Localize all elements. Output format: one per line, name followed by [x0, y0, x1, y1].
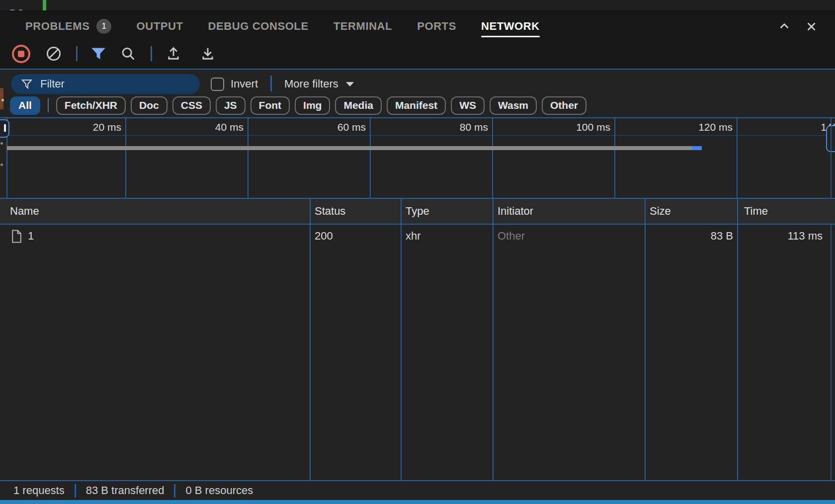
panel-controls [777, 12, 818, 41]
overview-window-handle-left[interactable] [0, 119, 9, 138]
chip-other[interactable]: Other [542, 96, 586, 115]
overview-request-bar-waiting[interactable] [7, 146, 692, 150]
tab-network[interactable]: NETWORK [481, 12, 540, 41]
invert-filter: Invert [211, 71, 258, 97]
overview-label-divider [6, 135, 835, 136]
toolbar-separator [151, 46, 152, 61]
request-size: 83 B [645, 225, 733, 248]
chip-all[interactable]: All [10, 96, 40, 115]
more-filters-label: More filters [284, 78, 338, 90]
editor-code-line: 20 // const yourMMKVStorage = new MMKV()… [0, 0, 47, 12]
resources-size: 0 B resources [185, 484, 253, 497]
chip-wasm[interactable]: Wasm [490, 96, 537, 115]
tab-debug-console[interactable]: DEBUG CONSOLE [208, 12, 309, 41]
invert-label: Invert [231, 78, 258, 90]
request-time: 113 ms [737, 225, 823, 248]
request-status: 200 [315, 225, 333, 248]
overview-request-bar-active[interactable] [692, 146, 702, 150]
chip-ws[interactable]: WS [451, 96, 485, 115]
tab-problems[interactable]: PROBLEMS 1 [25, 12, 111, 41]
footer-separator [174, 484, 175, 498]
column-header-initiator[interactable]: Initiator [498, 199, 533, 224]
line-number: 20 [9, 7, 24, 12]
timeline-gridline [248, 118, 249, 198]
filter-input-pill[interactable] [11, 74, 200, 94]
chip-css[interactable]: CSS [172, 96, 211, 115]
network-panel: Invert More filters All Fetch/XHR Doc CS… [0, 69, 835, 500]
column-header-size[interactable]: Size [650, 199, 671, 224]
tab-label: TERMINAL [334, 20, 392, 33]
timeline-gridline [125, 118, 126, 198]
timeline-tick-label: 60 ms [311, 121, 366, 133]
tab-label: OUTPUT [136, 20, 183, 33]
resource-type-chips: All Fetch/XHR Doc CSS JS Font Img Media … [10, 95, 586, 115]
chip-media[interactable]: Media [335, 96, 382, 115]
chevron-up-icon[interactable] [777, 19, 791, 33]
table-row[interactable]: 1 200 xhr Other 83 B 113 ms [0, 225, 835, 248]
import-har-icon[interactable] [166, 46, 181, 62]
tab-output[interactable]: OUTPUT [136, 12, 183, 41]
close-panel-icon[interactable] [804, 19, 818, 33]
chip-doc[interactable]: Doc [131, 96, 167, 115]
timeline-tick-label: 40 ms [189, 121, 244, 133]
funnel-outline-icon [21, 78, 33, 90]
search-icon[interactable] [120, 46, 136, 62]
timeline-tick-label: 20 ms [67, 121, 121, 133]
timeline-tick-label: 120 ms [678, 121, 733, 133]
timeline-tick-label: 80 ms [433, 121, 488, 133]
tab-label: DEBUG CONSOLE [208, 20, 309, 33]
request-initiator: Other [498, 225, 525, 248]
export-har-icon[interactable] [200, 46, 216, 62]
toolbar-separator [76, 46, 78, 61]
timeline-tick-label: 100 ms [556, 121, 610, 133]
column-header-time[interactable]: Time [744, 199, 768, 224]
footer-separator [75, 484, 76, 498]
requests-count: 1 requests [13, 484, 65, 497]
request-type: xhr [406, 225, 421, 248]
timeline-gridline [492, 118, 493, 198]
left-edge-dot [0, 164, 3, 166]
network-toolbar [0, 41, 216, 67]
column-header-name[interactable]: Name [10, 199, 39, 224]
request-name-cell: 1 [11, 225, 34, 248]
problems-count-badge: 1 [96, 19, 111, 34]
chip-font[interactable]: Font [250, 96, 290, 115]
network-summary-bar: 1 requests 83 B transferred 0 B resource… [0, 480, 835, 500]
chip-manifest[interactable]: Manifest [387, 96, 446, 115]
vscode-panel-screen: 20 // const yourMMKVStorage = new MMKV()… [0, 0, 835, 504]
filter-input[interactable] [39, 77, 185, 91]
chip-img[interactable]: Img [295, 96, 330, 115]
timeline-gridline [614, 118, 615, 198]
modified-line-gutter-indicator [43, 0, 46, 10]
chip-separator [48, 98, 49, 112]
column-header-status[interactable]: Status [315, 199, 345, 224]
column-header-type[interactable]: Type [406, 199, 429, 224]
request-name: 1 [28, 225, 34, 248]
timeline-gridline [737, 118, 738, 198]
caret-down-icon [346, 82, 354, 86]
tab-label: NETWORK [481, 20, 540, 33]
overview-ruler-dot [1, 99, 4, 101]
chip-js[interactable]: JS [216, 96, 246, 115]
tab-terminal[interactable]: TERMINAL [334, 12, 392, 41]
timeline-gridline [370, 118, 371, 198]
more-filters-dropdown[interactable]: More filters [284, 71, 354, 97]
tab-label: PROBLEMS [25, 20, 89, 33]
transferred-size: 83 B transferred [86, 484, 165, 497]
document-icon [11, 230, 22, 243]
tab-label: PORTS [417, 20, 456, 33]
left-edge-dot [0, 142, 3, 145]
filter-funnel-icon[interactable] [91, 47, 106, 61]
panel-tab-bar: PROBLEMS 1 OUTPUT DEBUG CONSOLE TERMINAL… [0, 12, 775, 41]
invert-checkbox[interactable] [211, 78, 224, 91]
record-stop-icon[interactable] [12, 45, 30, 63]
clear-network-log-icon[interactable] [46, 46, 62, 62]
filter-bar-separator [270, 76, 272, 91]
chip-fetch-xhr[interactable]: Fetch/XHR [56, 96, 126, 115]
editor-code-strip: 20 // const yourMMKVStorage = new MMKV()… [0, 0, 835, 12]
table-right-border [831, 117, 832, 480]
window-bottom-border [0, 500, 835, 504]
tab-ports[interactable]: PORTS [417, 12, 456, 41]
requests-table-header: Name Status Type Initiator Size Time [0, 198, 835, 225]
